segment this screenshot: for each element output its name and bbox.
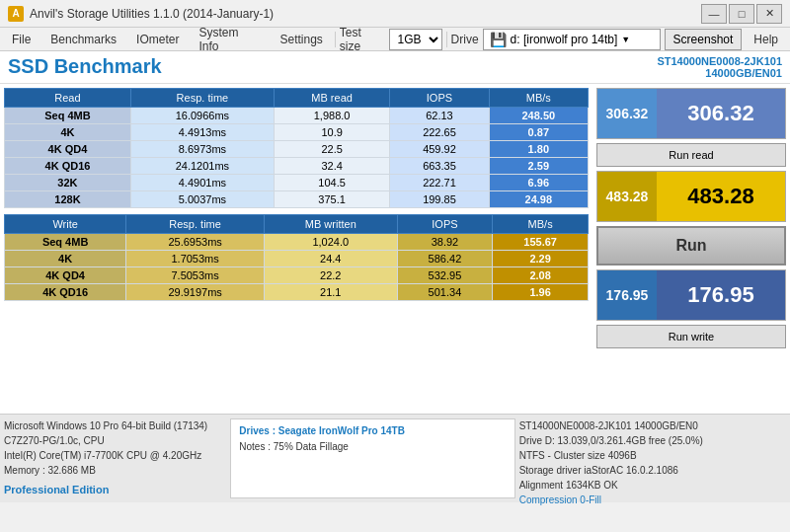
read-row-label: Seq 4MB xyxy=(5,108,131,124)
write-row-mbs: 1.96 xyxy=(493,284,589,301)
read-row-resp: 4.4901ms xyxy=(130,175,274,191)
menu-settings[interactable]: Settings xyxy=(272,31,330,48)
minimize-button[interactable]: — xyxy=(701,4,727,24)
separator xyxy=(335,32,336,47)
drive-selector[interactable]: 💾 d: [ironwolf pro 14tb] ▼ xyxy=(483,29,661,50)
title-bar-left: A Anvil's Storage Utilities 1.1.0 (2014-… xyxy=(8,6,274,22)
read-row-iops: 199.85 xyxy=(390,191,489,208)
read-row-mb: 1,988.0 xyxy=(274,108,389,124)
write-score-small: 176.95 xyxy=(597,270,657,320)
write-header-mb: MB written xyxy=(264,215,397,234)
run-write-area: Run write xyxy=(596,325,786,348)
read-row-mbs: 248.50 xyxy=(489,108,588,124)
write-row-mb: 1,024.0 xyxy=(264,234,397,251)
read-row-iops: 459.92 xyxy=(390,141,489,158)
read-row-resp: 5.0037ms xyxy=(130,191,274,208)
write-row-mbs: 155.67 xyxy=(493,234,589,251)
write-row-mb: 24.4 xyxy=(264,251,397,267)
write-row-resp: 7.5053ms xyxy=(126,267,265,284)
read-row-resp: 24.1201ms xyxy=(130,158,274,175)
read-row-mb: 375.1 xyxy=(274,191,389,208)
read-header-mb: MB read xyxy=(274,89,389,108)
menu-bar: File Benchmarks IOmeter System Info Sett… xyxy=(0,28,790,51)
run-button[interactable]: Run xyxy=(596,226,786,266)
close-button[interactable]: ✕ xyxy=(756,4,782,24)
main-area: SSD Benchmark ST14000NE0008-2JK101 14000… xyxy=(0,51,790,502)
sys-line2: C7Z270-PG/1.0c, CPU xyxy=(4,433,226,448)
read-table-row: 4K QD16 24.1201ms 32.4 663.35 2.59 xyxy=(5,158,589,175)
read-header-label: Read xyxy=(5,89,131,108)
write-row-mb: 21.1 xyxy=(264,284,397,301)
read-row-resp: 8.6973ms xyxy=(130,141,274,158)
menu-benchmarks[interactable]: Benchmarks xyxy=(42,31,124,48)
read-row-resp: 16.0966ms xyxy=(130,108,274,124)
read-score-box: 306.32 306.32 xyxy=(596,88,786,139)
drive-icon: 💾 xyxy=(490,32,507,47)
write-row-resp: 25.6953ms xyxy=(126,234,265,251)
total-score-box: 483.28 483.28 xyxy=(596,171,786,222)
read-row-label: 4K xyxy=(5,124,131,141)
write-row-label: 4K QD4 xyxy=(5,267,126,284)
write-table-row: 4K 1.7053ms 24.4 586.42 2.29 xyxy=(5,251,589,267)
drive-dropdown-icon: ▼ xyxy=(621,35,630,44)
write-row-label: Seq 4MB xyxy=(5,234,126,251)
sys-line3: Intel(R) Core(TM) i7-7700K CPU @ 4.20GHz xyxy=(4,448,226,463)
read-row-mbs: 2.59 xyxy=(489,158,588,175)
test-size-select[interactable]: 1GB 2GB 4GB xyxy=(389,29,442,50)
read-row-resp: 4.4913ms xyxy=(130,124,274,141)
sys-line1: Microsoft Windows 10 Pro 64-bit Build (1… xyxy=(4,418,226,433)
menu-help[interactable]: Help xyxy=(746,31,786,48)
write-row-resp: 29.9197ms xyxy=(126,284,265,301)
read-row-iops: 222.71 xyxy=(390,175,489,191)
menu-file[interactable]: File xyxy=(4,31,39,48)
read-row-mb: 10.9 xyxy=(274,124,389,141)
drives-notes: Notes : 75% Data Fillage xyxy=(239,439,506,455)
read-table-row: 32K 4.4901ms 104.5 222.71 6.96 xyxy=(5,175,589,191)
read-table-row: 4K QD4 8.6973ms 22.5 459.92 1.80 xyxy=(5,141,589,158)
menu-sysinfo[interactable]: System Info xyxy=(191,24,268,55)
write-row-resp: 1.7053ms xyxy=(126,251,265,267)
read-table-row: Seq 4MB 16.0966ms 1,988.0 62.13 248.50 xyxy=(5,108,589,124)
write-header-resp: Resp. time xyxy=(126,215,265,234)
drives-title: Drives : Seagate IronWolf Pro 14TB xyxy=(239,423,506,439)
drive-value: d: [ironwolf pro 14tb] xyxy=(511,33,618,46)
drives-info: Drives : Seagate IronWolf Pro 14TB Notes… xyxy=(230,418,514,498)
maximize-button[interactable]: □ xyxy=(729,4,754,24)
write-table-row: 4K QD4 7.5053ms 22.2 532.95 2.08 xyxy=(5,267,589,284)
write-score-box: 176.95 176.95 xyxy=(596,269,786,321)
write-row-label: 4K xyxy=(5,251,126,267)
read-row-mbs: 0.87 xyxy=(489,124,588,141)
read-row-mbs: 6.96 xyxy=(489,175,588,191)
read-table-row: 4K 4.4913ms 10.9 222.65 0.87 xyxy=(5,124,589,141)
run-main-area: Run xyxy=(596,226,786,266)
screenshot-button[interactable]: Screenshot xyxy=(665,29,743,50)
run-buttons-area: Run read xyxy=(596,143,786,167)
read-row-mbs: 1.80 xyxy=(489,141,588,158)
read-table: Read Resp. time MB read IOPS MB/s Seq 4M… xyxy=(4,88,589,208)
read-score-small: 306.32 xyxy=(597,89,657,138)
write-row-mb: 22.2 xyxy=(264,267,397,284)
bench-header: SSD Benchmark ST14000NE0008-2JK101 14000… xyxy=(0,51,790,84)
bench-title: SSD Benchmark xyxy=(8,55,162,78)
ntfs-line2: Drive D: 13.039,0/3.261.4GB free (25.0%) xyxy=(519,433,786,448)
run-write-button[interactable]: Run write xyxy=(596,325,786,348)
write-row-mbs: 2.08 xyxy=(493,267,589,284)
run-read-button[interactable]: Run read xyxy=(596,143,786,167)
drive-info-line1: ST14000NE0008-2JK101 xyxy=(657,55,782,67)
sys-info: Microsoft Windows 10 Pro 64-bit Build (1… xyxy=(4,418,226,498)
total-score-small: 483.28 xyxy=(597,172,657,221)
drive-info: ST14000NE0008-2JK101 14000GB/EN01 xyxy=(657,55,782,79)
write-table: Write Resp. time MB written IOPS MB/s Se… xyxy=(4,214,589,301)
menu-iometer[interactable]: IOmeter xyxy=(128,31,187,48)
window-controls: — □ ✕ xyxy=(701,4,782,24)
content-area: Read Resp. time MB read IOPS MB/s Seq 4M… xyxy=(0,84,790,414)
read-header-resp: Resp. time xyxy=(130,89,274,108)
write-header-iops: IOPS xyxy=(397,215,493,234)
write-row-mbs: 2.29 xyxy=(493,251,589,267)
read-row-label: 4K QD4 xyxy=(5,141,131,158)
read-header-mbs: MB/s xyxy=(489,89,588,108)
ntfs-line3: NTFS - Cluster size 4096B xyxy=(519,448,786,463)
write-row-iops: 501.34 xyxy=(397,284,493,301)
drive-label: Drive xyxy=(451,33,479,46)
read-row-label: 32K xyxy=(5,175,131,191)
